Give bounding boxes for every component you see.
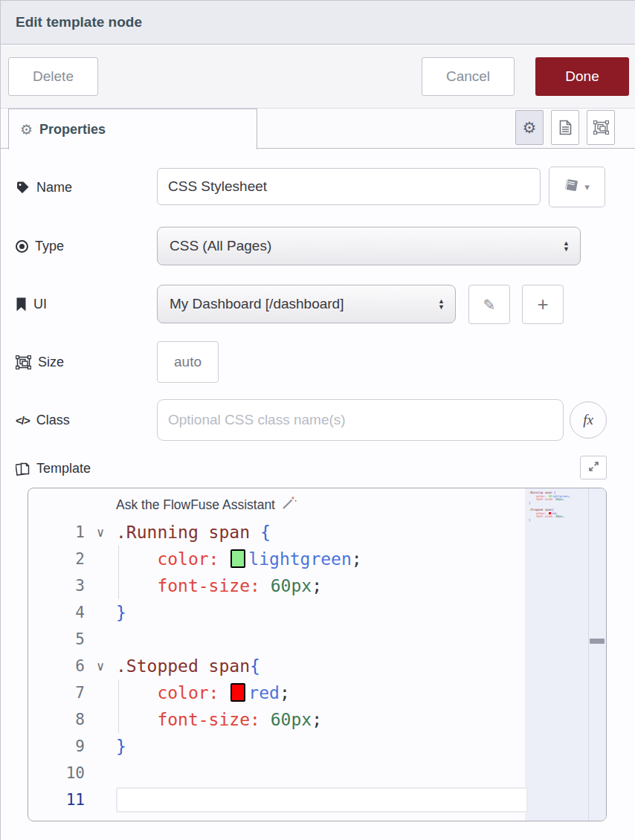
class-field-label: </> Class	[16, 399, 70, 441]
code-line[interactable]: 4}	[28, 599, 528, 626]
ui-select[interactable]: My Dashboard [/dashboard] ▲▼	[157, 285, 456, 323]
code-line-content[interactable]	[116, 760, 528, 786]
line-number: 3	[28, 572, 85, 599]
line-number: 4	[28, 599, 85, 626]
ui-field-label: UI	[16, 285, 47, 324]
line-number: 1	[28, 519, 85, 546]
line-number: 10	[28, 760, 85, 786]
magic-wand-icon	[281, 495, 297, 514]
line-number: 6	[28, 653, 85, 679]
indent-guide	[118, 706, 119, 733]
size-field-label: Size	[16, 341, 64, 383]
object-group-icon	[16, 355, 31, 369]
object-group-icon	[593, 120, 609, 135]
code-line[interactable]: 1∨.Running span {	[28, 519, 528, 546]
code-line-content[interactable]: font-size: 60px;	[116, 706, 528, 733]
color-swatch[interactable]	[231, 683, 245, 702]
ui-select-value: My Dashboard [/dashboard]	[170, 296, 438, 312]
copy-pages-icon	[16, 461, 30, 476]
tab-button-properties[interactable]: ⚙	[515, 110, 544, 145]
book-icon	[564, 178, 579, 196]
code-line-content[interactable]: color: red;	[116, 679, 528, 706]
code-line[interactable]: 9}	[28, 733, 528, 760]
delete-button[interactable]: Delete	[8, 57, 98, 96]
fx-icon: fx	[583, 412, 593, 428]
code-line-content[interactable]: }	[116, 599, 528, 626]
indent-guide	[118, 679, 119, 706]
expand-editor-button[interactable]	[580, 456, 607, 479]
gear-icon: ⚙	[20, 121, 33, 138]
line-number: 9	[28, 733, 85, 760]
code-line-content[interactable]: font-size: 60px;	[116, 572, 528, 599]
assistant-hint[interactable]: Ask the FlowFuse Assistant	[116, 495, 297, 514]
code-line-content[interactable]: .Stopped span{	[116, 653, 528, 679]
cancel-button[interactable]: Cancel	[422, 57, 515, 96]
indent-guide	[118, 546, 119, 572]
plus-icon: +	[537, 293, 548, 316]
select-carets-icon: ▲▼	[438, 298, 445, 310]
size-button[interactable]: auto	[157, 341, 219, 383]
template-code-editor[interactable]: .Running span { color: lightgreen; font-…	[28, 488, 607, 821]
template-field-label: Template	[16, 455, 91, 482]
line-number: 5	[28, 626, 85, 653]
editor-scrollbar[interactable]	[588, 488, 606, 821]
chevron-down-icon: ▾	[584, 181, 590, 193]
assistant-hint-label: Ask the FlowFuse Assistant	[116, 497, 275, 513]
name-input[interactable]	[157, 168, 541, 205]
type-select[interactable]: CSS (All Pages) ▲▼	[157, 227, 581, 265]
code-line[interactable]: 11	[28, 786, 528, 813]
line-number: 2	[28, 546, 85, 572]
indent-guide	[118, 572, 119, 599]
minimap-code: .Running span { color: lightgreen; font-…	[529, 491, 570, 529]
tab-properties-label: Properties	[39, 122, 106, 138]
name-field-label: Name	[16, 167, 72, 208]
type-select-value: CSS (All Pages)	[170, 238, 563, 254]
dot-circle-icon	[16, 240, 28, 253]
code-line[interactable]: 7 color: red;	[28, 679, 528, 706]
tab-button-appearance[interactable]	[587, 110, 615, 145]
document-icon	[559, 120, 572, 135]
scrollbar-thumb[interactable]	[590, 639, 605, 644]
add-ui-button[interactable]: +	[522, 285, 564, 324]
tab-properties[interactable]: ⚙ Properties	[8, 109, 257, 149]
code-line[interactable]: 5	[28, 626, 528, 653]
minimap[interactable]: .Running span { color: lightgreen; font-…	[525, 488, 606, 821]
code-line[interactable]: 8 font-size: 60px;	[28, 706, 528, 733]
edit-ui-button[interactable]: ✎	[468, 285, 510, 324]
editor-tab-bar: ⚙ Properties ⚙	[1, 109, 635, 149]
library-button[interactable]: ▾	[549, 167, 605, 207]
code-line[interactable]: 3 font-size: 60px;	[28, 572, 528, 599]
fold-chevron-icon[interactable]: ∨	[85, 653, 116, 679]
tab-button-description[interactable]	[551, 110, 579, 145]
code-line-content[interactable]: }	[116, 733, 528, 760]
pencil-icon: ✎	[483, 296, 496, 314]
code-line-content[interactable]: color: lightgreen;	[116, 546, 528, 572]
dialog-title: Edit template node	[16, 14, 142, 30]
class-input[interactable]	[157, 399, 564, 441]
gear-icon: ⚙	[523, 119, 537, 137]
select-carets-icon: ▲▼	[563, 240, 570, 252]
line-number: 7	[28, 679, 85, 706]
type-field-label: Type	[16, 227, 64, 265]
line-number: 8	[28, 706, 85, 733]
fx-button[interactable]: fx	[570, 401, 607, 439]
code-line-content[interactable]: .Running span {	[116, 519, 528, 546]
tag-icon	[16, 181, 30, 195]
color-swatch[interactable]	[231, 549, 245, 568]
editor-code-lines[interactable]: 1∨.Running span {2 color: lightgreen;3 f…	[28, 519, 528, 813]
fold-chevron-icon[interactable]: ∨	[85, 519, 116, 546]
line-number: 11	[28, 786, 85, 813]
bookmark-icon	[16, 297, 27, 311]
dialog-button-row: Delete Cancel Done	[1, 45, 635, 109]
code-icon: </>	[16, 414, 30, 427]
code-line[interactable]: 2 color: lightgreen;	[28, 546, 528, 572]
expand-icon	[588, 461, 599, 475]
done-button[interactable]: Done	[535, 57, 629, 96]
code-line-content[interactable]	[116, 626, 528, 653]
code-line[interactable]: 10	[28, 760, 528, 786]
dialog-header: Edit template node	[1, 0, 635, 45]
code-line[interactable]: 6∨.Stopped span{	[28, 653, 528, 679]
code-line-content[interactable]	[116, 787, 528, 812]
